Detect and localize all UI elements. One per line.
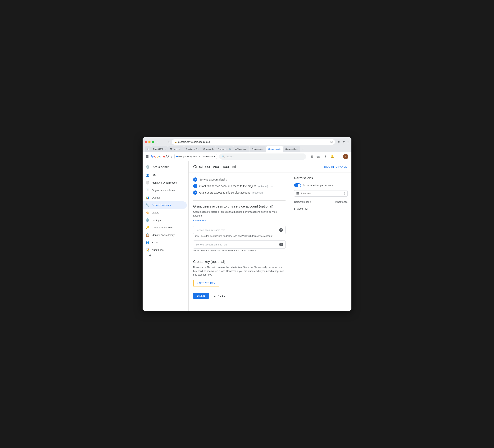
app-body: 🛡️ IAM & admin 👤 IAM ⚪ Identity & Organi… <box>143 161 351 311</box>
sidebar-item-iap[interactable]: 📋 Identity-Aware Proxy <box>143 231 187 239</box>
sidebar-item-label: Roles <box>152 241 158 244</box>
browser-tabs: de Bug 59400:... API access... Publish t… <box>145 146 349 152</box>
search-bar[interactable]: 🔍 Search <box>219 153 306 160</box>
role-fields: Service account users role ? Grant users… <box>193 226 285 252</box>
divider-2 <box>193 256 285 256</box>
step-3-num-icon: 3 <box>193 190 197 195</box>
project-selector[interactable]: Google Play Android Developer ▾ <box>174 154 217 159</box>
sidebar-item-quotas[interactable]: 📊 Quotas <box>143 194 187 201</box>
sidebar-item-iam[interactable]: 👤 IAM <box>143 172 187 179</box>
filter-input[interactable] <box>300 192 342 195</box>
inherited-toggle[interactable] <box>294 183 301 187</box>
sidebar-item-audit-logs[interactable]: 📝 Audit Logs <box>143 246 187 254</box>
create-key-title: Create key (optional) <box>193 260 285 264</box>
filter-icon: ☰ <box>296 192 299 195</box>
sidebar-item-settings[interactable]: ⚙️ Settings <box>143 216 187 224</box>
cancel-button[interactable]: CANCEL <box>210 293 228 299</box>
users-role-field[interactable]: Service account users role ? <box>193 226 285 234</box>
tab-publish[interactable]: Publish to G... <box>184 146 201 152</box>
collapse-icon: ◀ <box>149 254 151 257</box>
users-role-placeholder: Service account users role <box>196 229 225 231</box>
step-3-label: Grant users access to this service accou… <box>199 191 250 194</box>
admins-role-field[interactable]: Service account admins role ? <box>193 240 285 249</box>
browser-chrome: ‹ › ⊞ 🔒 console.developers.google.com ⓘ … <box>143 137 351 152</box>
tab-de[interactable]: de <box>145 146 151 152</box>
tab-service[interactable]: Service acc... <box>250 146 266 152</box>
traffic-lights <box>145 141 154 143</box>
users-role-desc: Grant users the permissions to deploy jo… <box>193 235 285 237</box>
chat-icon[interactable]: 💬 <box>315 153 321 160</box>
divider <box>193 200 285 201</box>
close-button[interactable] <box>145 141 147 143</box>
create-key-button[interactable]: + CREATE KEY <box>193 280 219 286</box>
key-icon: 🔑 <box>146 226 149 229</box>
filter-help-icon[interactable]: ? <box>344 192 346 195</box>
more-options-icon[interactable]: ⋮ <box>336 153 342 160</box>
admins-role-help-icon[interactable]: ? <box>279 243 283 246</box>
tab-api2[interactable]: API access... <box>233 146 249 152</box>
sidebar-item-roles[interactable]: 👥 Roles <box>143 239 187 246</box>
project-name: Google Play Android Developer <box>178 155 213 158</box>
sidebar-item-identity[interactable]: ⚪ Identity & Organisation <box>143 179 187 187</box>
avatar[interactable]: A <box>343 154 348 159</box>
permissions-panel: Permissions Show inherited permissions ☰… <box>290 173 351 303</box>
inheritance-header: Inheritance <box>335 200 348 203</box>
policy-icon: 📄 <box>146 188 149 192</box>
service-accounts-icon: 🔧 <box>146 203 149 207</box>
main-header: Create service account HIDE INFO PANEL <box>188 161 351 173</box>
address-bar[interactable]: 🔒 console.developers.google.com ⓘ <box>172 139 335 145</box>
step-1-label: Service account details <box>199 178 227 181</box>
person-icon: 👤 <box>146 174 149 177</box>
sidebar-item-service-accounts[interactable]: 🔧 Service accounts <box>143 201 187 209</box>
section-desc: Grant access to users or groups that nee… <box>193 210 285 217</box>
sidebar-item-label: Settings <box>152 219 161 222</box>
new-tab-icon: ⊡ <box>347 140 349 144</box>
filter-row[interactable]: ☰ ? <box>294 190 348 197</box>
tab-bug[interactable]: Bug 59400:... <box>151 146 167 152</box>
tab-stores[interactable]: Stores - Sm... <box>284 146 300 152</box>
action-buttons: DONE CANCEL <box>193 293 285 299</box>
tab-api1[interactable]: API access... <box>168 146 184 152</box>
app-header: ☰ Google APIs Google Play Android Develo… <box>143 152 351 161</box>
tab-overview-icon: ⊞ <box>168 140 170 144</box>
back-button[interactable]: ‹ <box>156 140 160 144</box>
quota-icon: 📊 <box>146 196 149 199</box>
hide-info-panel-button[interactable]: HIDE INFO PANEL <box>324 165 347 168</box>
sidebar-item-crypto-keys[interactable]: 🔑 Cryptographic keys <box>143 224 187 231</box>
owner-row[interactable]: ▶ Owner (3) <box>294 206 348 212</box>
roles-icon: 👥 <box>146 241 149 244</box>
minimize-button[interactable] <box>148 141 151 143</box>
sort-icon[interactable]: ↑ <box>310 201 311 203</box>
label-icon: 🏷️ <box>146 211 149 214</box>
tab-create[interactable]: Create servi... <box>266 146 283 152</box>
done-button[interactable]: DONE <box>193 293 209 299</box>
browser-controls: ‹ › ⊞ 🔒 console.developers.google.com ⓘ … <box>145 139 349 145</box>
learn-more-link[interactable]: Learn more <box>193 219 206 222</box>
header-icons: ⊞ 💬 ? 🔔 ⋮ A <box>309 153 348 160</box>
maximize-button[interactable] <box>152 141 154 143</box>
sidebar-item-label: Cryptographic keys <box>152 226 173 229</box>
sidebar-item-label: Organisation policies <box>152 189 175 192</box>
key-desc: Download a file that contains the privat… <box>193 265 285 277</box>
tab-fragment[interactable]: Fragmen... 🔊 <box>216 146 233 152</box>
notifications-icon[interactable]: 🔔 <box>329 153 335 160</box>
collapse-button[interactable]: ◀ <box>146 254 191 257</box>
hamburger-menu[interactable]: ☰ <box>146 154 149 159</box>
help-icon[interactable]: ? <box>322 153 328 160</box>
main-body: ✓ Service account details — ✓ Grant this… <box>188 173 351 303</box>
main-content: Create service account HIDE INFO PANEL ✓… <box>188 161 351 311</box>
users-role-help-icon[interactable]: ? <box>279 228 283 232</box>
new-tab-button[interactable]: + <box>300 147 306 152</box>
forward-button[interactable]: › <box>162 140 166 144</box>
sidebar-item-label: Quotas <box>152 196 160 199</box>
step-1: ✓ Service account details — <box>193 176 285 183</box>
apps-icon[interactable]: ⊞ <box>309 153 315 160</box>
info-icon: ⓘ <box>330 140 333 144</box>
reload-button[interactable]: ↻ <box>336 140 341 144</box>
sidebar-item-labels[interactable]: 🏷️ Labels <box>143 209 187 216</box>
proxy-icon: 📋 <box>146 233 149 237</box>
tab-grammarly[interactable]: Grammarly <box>201 146 216 152</box>
sidebar-item-org-policies[interactable]: 📄 Organisation policies <box>143 187 187 194</box>
step-2-label: Grant this service account access to the… <box>199 185 256 187</box>
panel-title: Permissions <box>294 176 348 180</box>
